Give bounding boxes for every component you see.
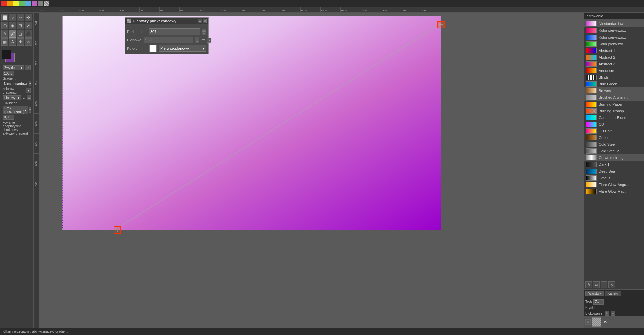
select-ellipse-tool[interactable]: ○ (9, 14, 16, 21)
ruler-tick: 1700 (361, 7, 381, 12)
pionowo-up-btn[interactable]: ▲ (195, 37, 199, 40)
gradient-item-kolor1[interactable]: Kolor pierwszo... (584, 27, 644, 34)
gradient-tool[interactable]: ▦ (1, 38, 8, 46)
pionowo-down-btn[interactable]: ▼ (195, 40, 199, 43)
gradient-item-deepsea[interactable]: Deep Sea (584, 168, 644, 175)
tryb-value[interactable]: Zw... (593, 299, 604, 305)
gradient-item-aneurism[interactable]: Aneurism (584, 67, 644, 74)
gradient-item-browns[interactable]: Browns (584, 87, 644, 94)
poziomo-row: Poziomo: ▲ ▼ (127, 28, 206, 35)
gradient-item-kolor3[interactable]: Kolor pierwszo... (584, 41, 644, 47)
fuzzy-select-tool[interactable]: ⬡ (1, 22, 8, 29)
gradient-preview-bluegreen (586, 81, 597, 87)
gradient-item-brushed[interactable]: Brushed Alumin... (584, 94, 644, 101)
lock-pos-btn[interactable]: + (611, 311, 615, 316)
gradient-item-dark1[interactable]: Dark 1 (584, 161, 644, 168)
kanaly-tab[interactable]: Kanały (605, 291, 621, 296)
gradient-name-abstract2: Abstract 2 (599, 55, 615, 59)
colors-options-btn[interactable]: ▾ (26, 88, 31, 93)
dialog-minimize-btn[interactable]: ▲ (198, 19, 202, 23)
poziomo-input[interactable] (149, 28, 200, 35)
gradient-endpoint-2[interactable] (114, 226, 121, 234)
brak-icon[interactable]: ▾ (29, 107, 31, 113)
lock-pixels-btn[interactable]: ✎ (605, 311, 609, 316)
free-select-tool[interactable]: ✏ (17, 14, 24, 21)
poziomo-up-btn[interactable]: ▲ (202, 29, 206, 32)
gradient-item-flareglowradi[interactable]: Flare Glow Radi... (584, 188, 644, 195)
panel-duplicate-btn[interactable]: ⧉ (593, 281, 600, 288)
warstwy-tab[interactable]: Warstwy (585, 291, 604, 296)
color-chip-red[interactable] (1, 1, 7, 6)
gradient-item-kolor2[interactable]: Kolor pierwszo... (584, 34, 644, 41)
gradient-item-abstract1[interactable]: Abstract 1 (584, 47, 644, 54)
gradient-item-cdhalf[interactable]: CD Half (584, 128, 644, 134)
color-chip-yellow[interactable] (13, 1, 19, 6)
gradient-item-abstract2[interactable]: Abstract 2 (584, 54, 644, 61)
linowy-dropdown[interactable]: Liniowy ▾ (3, 95, 21, 100)
color-chip-orange[interactable] (7, 1, 13, 6)
canvas-area[interactable]: Pierwszy punkt końcowy ▲ ✕ Poziomo: ▲ ▼ (39, 13, 584, 328)
brak-value-input[interactable] (3, 115, 14, 120)
gradient-options-btn[interactable]: ▾ (29, 81, 31, 86)
gradient-item-burning[interactable]: Burning Paper (584, 101, 644, 108)
erase-tool[interactable]: ◻ (17, 30, 24, 38)
gradient-endpoint-1[interactable] (437, 21, 445, 28)
brak-dropdown[interactable]: Brak (poszerzenie) ▾ (3, 106, 28, 114)
gradient-item-caribbean[interactable]: Caribbean Blues (584, 114, 644, 121)
mode-dropdown[interactable]: Zwykłe ▾ (3, 65, 24, 70)
gradient-item-default[interactable]: Default (584, 175, 644, 181)
gradient-preview-cd (586, 122, 597, 127)
gradient-item-coffee[interactable]: Coffee (584, 134, 644, 141)
paintbrush-tool[interactable]: 🖌 (9, 30, 16, 38)
color-chip-pattern[interactable] (44, 1, 49, 6)
gradient-name-kolor2: Kolor pierwszo... (599, 35, 626, 39)
gradient-item-niestandardowe[interactable]: Niestandardowe (584, 20, 644, 27)
gradient-name-flareglowradi: Flare Glow Radi... (599, 189, 628, 193)
text-tool[interactable]: A (9, 38, 16, 46)
gradient-item-crownmolding[interactable]: Crown molding (584, 154, 644, 161)
color-chip-gray[interactable] (38, 1, 43, 6)
kolor-dropdown[interactable]: Pierwszoplanowy ▾ (159, 45, 206, 52)
gradient-item-cd[interactable]: CD (584, 121, 644, 128)
ruler-tick: 100 (39, 7, 59, 12)
gradient-item-abstract3[interactable]: Abstract 3 (584, 61, 644, 67)
color-select-tool[interactable]: ◈ (9, 22, 16, 29)
smudge-tool[interactable]: ≋ (25, 38, 32, 46)
gradient-item-blinds[interactable]: Blinds (584, 74, 644, 81)
opacity-input[interactable] (3, 71, 14, 76)
crop-tool[interactable]: ⊡ (17, 22, 24, 29)
panel-edit-btn[interactable]: ✎ (585, 281, 592, 288)
panel-add-btn[interactable]: + (601, 281, 607, 288)
color-chip-blue[interactable] (25, 1, 31, 6)
gradient-preview-deepsea (586, 169, 597, 174)
pencil-tool[interactable]: ✎ (1, 30, 8, 38)
reset-btn[interactable]: ↺ (25, 65, 31, 70)
transform-tool[interactable]: ⤢ (25, 22, 32, 29)
pionowo-input[interactable] (144, 37, 193, 43)
gradient-item-burningtransp[interactable]: Burning Transp... (584, 108, 644, 114)
heal-tool[interactable]: ✚ (17, 38, 24, 46)
linowy-icon[interactable]: ⊞ (27, 95, 31, 100)
layer-visibility-btn[interactable]: 👁 (585, 319, 591, 325)
panel-delete-btn[interactable]: ✕ (608, 281, 615, 288)
select-rect-tool[interactable]: ⬜ (1, 14, 8, 21)
color-chip-green[interactable] (19, 1, 25, 6)
gradient-preview-swatch[interactable] (3, 81, 3, 86)
fill-tool[interactable]: ⬛ (25, 30, 32, 38)
foreground-color-box[interactable] (2, 50, 11, 59)
kolor-dropdown-text: Pierwszoplanowy (160, 46, 189, 50)
unit-dropdown[interactable]: ▾ (207, 38, 211, 43)
gradient-item-flareglow[interactable]: Flare Glow Angu... (584, 181, 644, 188)
layer-row[interactable]: 👁 Tło (584, 316, 644, 328)
dialog-title-bar[interactable]: Pierwszy punkt końcowy ▲ ✕ (125, 18, 208, 24)
gradient-item-bluegreen[interactable]: Blue Green (584, 81, 644, 87)
poziomo-down-btn[interactable]: ▼ (202, 32, 206, 35)
gradient-item-coldsteel[interactable]: Cold Steel (584, 141, 644, 148)
gradient-item-coldsteel2[interactable]: Cold Steel 2 (584, 148, 644, 154)
dialog-close-btn[interactable]: ✕ (203, 19, 207, 23)
move-tool[interactable]: ✛ (25, 14, 32, 21)
linowy-row: Liniowy ▾ 1 ⊞ (3, 95, 31, 100)
canvas[interactable] (62, 16, 441, 230)
color-chip-purple[interactable] (32, 1, 37, 6)
kolor-swatch[interactable] (149, 45, 157, 52)
